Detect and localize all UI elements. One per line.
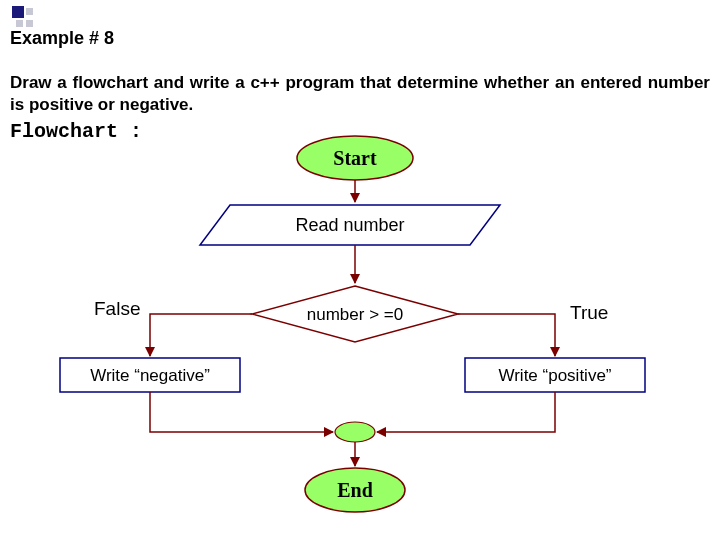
- decision-text: number > =0: [307, 305, 403, 324]
- true-label: True: [570, 302, 608, 324]
- start-text: Start: [333, 147, 377, 169]
- merge-connector: [335, 422, 375, 442]
- write-negative-text: Write “negative”: [90, 366, 210, 385]
- read-text: Read number: [295, 215, 404, 235]
- write-positive-text: Write “positive”: [498, 366, 611, 385]
- end-text: End: [337, 479, 373, 501]
- false-label: False: [94, 298, 140, 320]
- flowchart-diagram: Start Read number number > =0 Write “neg…: [0, 0, 720, 540]
